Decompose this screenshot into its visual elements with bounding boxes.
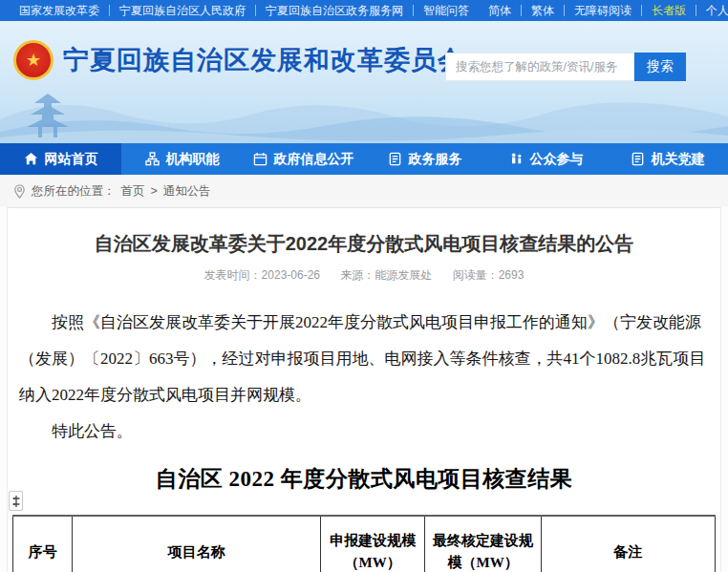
table-header-row: 序号 项目名称 申报建设规模（MW） 最终核定建设规模（MW） 备注 [13,516,716,572]
table-cursor-icon [11,495,21,508]
national-emblem-icon: ★ [13,40,54,80]
article-meta: 发表时间：2023-06-26 来源：能源发展处 阅读量：2693 [8,267,720,284]
result-table-wrap: 序号 项目名称 申报建设规模（MW） 最终核定建设规模（MW） 备注 纳入 20… [12,515,716,572]
link-gov-service-site[interactable]: 宁夏回族自治区政务服务网 [256,5,414,16]
search-button[interactable]: 搜索 [634,53,686,81]
form-icon [388,152,402,166]
link-traditional-chinese[interactable]: 繁体 [522,5,565,16]
article-source: 来源：能源发展处 [340,268,432,282]
nav-label: 政府信息公开 [274,151,354,168]
link-accessibility[interactable]: 无障碍阅读 [565,5,642,16]
people-icon [509,152,524,166]
home-icon [24,152,38,166]
link-simplified-chinese[interactable]: 简体 [479,5,522,16]
col-header-project-name: 项目名称 [73,516,320,572]
col-header-approved-capacity: 最终核定建设规模（MW） [425,516,541,572]
breadcrumb-separator: > [151,184,158,198]
nav-item-public-participation[interactable]: 公众参与 [485,143,607,175]
table-select-handle[interactable] [9,491,23,511]
view-count: 阅读量：2693 [453,268,525,282]
link-ndrc[interactable]: 国家发展改革委 [10,5,110,16]
page: 国家发展改革委 宁夏回族自治区人民政府 宁夏回族自治区政务服务网 智能问答 简体… [0,0,728,572]
article-paragraph: 按照《自治区发展改革委关于开展2022年度分散式风电项目申报工作的通知》（宁发改… [19,305,709,413]
link-elder-version[interactable]: 长者版 [642,5,696,16]
col-header-index: 序号 [13,516,73,572]
link-personal-center[interactable]: 个人中心 [696,5,728,16]
nav-item-functions[interactable]: 机构职能 [121,143,243,175]
banner: ★ 宁夏回族自治区发展和改革委员会 搜索 [0,21,728,143]
link-smart-qa[interactable]: 智能问答 [414,5,479,16]
nav-label: 机关党建 [652,151,705,168]
org-chart-icon [145,152,160,166]
article-title: 自治区发展改革委关于2022年度分散式风电项目核查结果的公告 [8,231,720,256]
result-table: 序号 项目名称 申报建设规模（MW） 最终核定建设规模（MW） 备注 纳入 20… [12,515,716,572]
nav-label: 网站首页 [45,151,98,168]
article-body: 按照《自治区发展改革委关于开展2022年度分散式风电项目申报工作的通知》（宁发改… [8,305,720,450]
breadcrumb-current[interactable]: 通知公告 [163,183,211,200]
site-search: 搜索 [445,53,686,81]
col-header-remarks: 备注 [541,516,715,572]
site-brand: ★ 宁夏回族自治区发展和改革委员会 [13,40,464,80]
mountains-decoration [0,76,728,143]
nav-item-info-disclosure[interactable]: 政府信息公开 [243,143,364,175]
topbar: 国家发展改革委 宁夏回族自治区人民政府 宁夏回族自治区政务服务网 智能问答 简体… [0,0,728,21]
nav-label: 政务服务 [409,151,462,168]
publish-time: 发表时间：2023-06-26 [204,268,320,282]
pagoda-decoration [25,94,71,138]
site-title: 宁夏回族自治区发展和改革委员会 [63,43,464,77]
topbar-right-links: 简体 繁体 无障碍阅读 长者版 个人中心 [479,5,728,16]
search-input[interactable] [445,53,634,81]
nav-label: 机构职能 [166,151,220,168]
calendar-icon [253,152,268,166]
link-regional-gov[interactable]: 宁夏回族自治区人民政府 [110,5,256,16]
breadcrumb-prefix: 您所在的位置： [32,183,116,200]
breadcrumb-home-link[interactable]: 首页 [121,183,145,200]
article-paragraph: 特此公告。 [19,413,709,450]
nav-item-services[interactable]: 政务服务 [364,143,485,175]
nav-item-party-building[interactable]: 机关党建 [607,143,728,175]
form-icon [631,152,645,166]
content-area: 自治区发展改革委关于2022年度分散式风电项目核查结果的公告 发表时间：2023… [0,207,728,572]
nav-item-home[interactable]: 网站首页 [0,143,121,175]
article-card: 自治区发展改革委关于2022年度分散式风电项目核查结果的公告 发表时间：2023… [7,207,721,572]
col-header-declared-capacity: 申报建设规模（MW） [320,516,425,572]
topbar-left-links: 国家发展改革委 宁夏回族自治区人民政府 宁夏回族自治区政务服务网 智能问答 [10,5,479,16]
nav-label: 公众参与 [530,151,584,168]
location-pin-icon [13,184,26,199]
main-nav: 网站首页 机构职能 政府信息公开 政务服务 公众参与 机关党建 [0,143,728,175]
result-table-caption: 自治区 2022 年度分散式风电项目核查结果 [8,465,720,494]
breadcrumb: 您所在的位置： 首页 > 通知公告 [0,175,728,207]
